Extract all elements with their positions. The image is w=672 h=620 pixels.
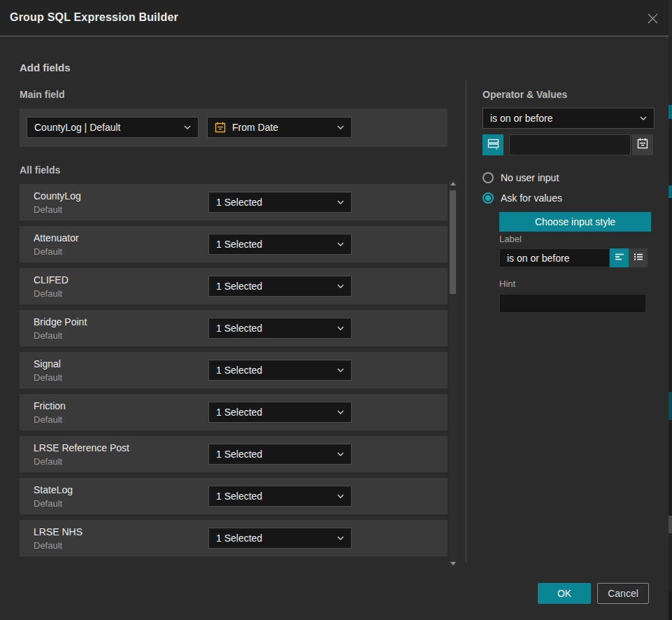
operator-dropdown[interactable]: is on or before (482, 108, 655, 129)
field-selection-dropdown[interactable]: 1 Selected (208, 528, 352, 549)
calendar-icon (637, 138, 648, 152)
fields-list-scrollbar[interactable] (449, 180, 457, 568)
background-segment (669, 591, 672, 620)
field-row-countylog: CountyLog Default 1 Selected (20, 184, 448, 220)
main-field-dropdown-value: From Date (232, 122, 278, 133)
field-sublabel: Default (34, 498, 62, 509)
background-segment (669, 420, 672, 516)
field-name: StateLog (34, 484, 73, 495)
field-selection-value: 1 Selected (216, 197, 262, 208)
field-row-signal: Signal Default 1 Selected (20, 352, 448, 388)
background-segment (669, 119, 672, 185)
field-selection-dropdown[interactable]: 1 Selected (208, 486, 352, 507)
background-segment (669, 36, 672, 105)
operator-dropdown-value: is on or before (490, 113, 553, 124)
label-heading: Label (499, 234, 522, 244)
choose-input-style-button[interactable]: Choose input style (499, 212, 651, 232)
align-left-icon (614, 252, 625, 265)
chevron-down-icon (337, 494, 344, 498)
add-fields-heading: Add fields (20, 62, 71, 73)
scroll-up-icon[interactable] (450, 182, 456, 185)
all-fields-list: CountyLog Default 1 Selected Attenuator … (20, 184, 448, 556)
field-selection-dropdown[interactable]: 1 Selected (208, 192, 352, 213)
dialog-titlebar: Group SQL Expression Builder (0, 0, 672, 36)
field-selection-dropdown[interactable]: 1 Selected (208, 234, 352, 255)
chevron-down-icon (337, 242, 344, 246)
chevron-down-icon (337, 368, 344, 372)
field-name: Signal (34, 358, 61, 369)
value-input[interactable] (509, 134, 631, 155)
field-selection-dropdown[interactable]: 1 Selected (208, 402, 352, 423)
radio-ask-for-values[interactable]: Ask for values (482, 192, 562, 204)
field-selection-value: 1 Selected (216, 407, 262, 418)
background-segment (669, 516, 672, 533)
value-calendar-button[interactable] (632, 134, 653, 155)
background-segment (669, 185, 672, 198)
field-selection-dropdown[interactable]: 1 Selected (208, 318, 352, 339)
calendar-icon (215, 122, 226, 133)
chevron-down-icon (337, 452, 344, 456)
field-selection-value: 1 Selected (216, 239, 262, 250)
field-name: Bridge Point (34, 316, 87, 327)
radio-unselected-icon (482, 172, 494, 183)
field-sublabel: Default (34, 330, 62, 341)
chevron-down-icon (337, 410, 344, 414)
field-sublabel: Default (34, 204, 62, 215)
chevron-down-icon (640, 116, 647, 120)
field-sublabel: Default (34, 288, 62, 299)
background-segment (669, 392, 672, 420)
scrollbar-thumb[interactable] (450, 190, 456, 294)
cancel-button[interactable]: Cancel (597, 583, 649, 604)
chevron-down-icon (337, 125, 344, 129)
chevron-down-icon (337, 536, 344, 540)
field-name: CountyLog (34, 190, 81, 202)
field-selection-dropdown[interactable]: 1 Selected (208, 360, 352, 381)
field-selection-dropdown[interactable]: 1 Selected (208, 276, 352, 297)
bulleted-list-icon (633, 252, 644, 265)
field-sublabel: Default (34, 456, 62, 467)
field-row-bridge-point: Bridge Point Default 1 Selected (20, 310, 448, 346)
all-fields-heading: All fields (20, 164, 60, 176)
chevron-down-icon (337, 284, 344, 288)
chevron-down-icon (184, 125, 191, 129)
chevron-down-icon (337, 200, 344, 204)
field-row-lrse-nhs: LRSE NHS Default 1 Selected (20, 520, 448, 556)
field-name: Attenuator (34, 232, 79, 244)
ok-button[interactable]: OK (538, 583, 591, 604)
field-row-attenuator: Attenuator Default 1 Selected (20, 226, 448, 262)
background-segment (669, 0, 672, 36)
operator-values-heading: Operator & Values (482, 89, 567, 100)
background-segment (669, 533, 672, 591)
radio-no-user-input[interactable]: No user input (482, 171, 559, 184)
layer-dropdown-value: CountyLog | Default (34, 122, 121, 133)
radio-ask-for-values-label: Ask for values (501, 192, 562, 204)
unique-values-button[interactable] (482, 134, 503, 155)
single-line-style-button[interactable] (610, 248, 629, 267)
field-selection-value: 1 Selected (216, 281, 262, 292)
field-selection-value: 1 Selected (216, 365, 262, 376)
field-selection-value: 1 Selected (216, 533, 262, 544)
field-name: Friction (34, 400, 66, 411)
field-sublabel: Default (34, 540, 62, 551)
field-name: CLIFED (34, 274, 69, 286)
field-selection-value: 1 Selected (216, 323, 262, 334)
label-input[interactable] (499, 248, 610, 267)
layer-dropdown[interactable]: CountyLog | Default (27, 117, 199, 138)
field-name: LRSE NHS (34, 526, 83, 537)
field-sublabel: Default (34, 414, 62, 425)
field-selection-dropdown[interactable]: 1 Selected (208, 444, 352, 465)
radio-selected-icon (482, 192, 494, 204)
background-segment (669, 198, 672, 392)
main-field-heading: Main field (20, 89, 65, 100)
field-row-statelog: StateLog Default 1 Selected (20, 478, 448, 514)
hint-input[interactable] (499, 294, 646, 313)
scroll-down-icon[interactable] (450, 562, 456, 565)
field-selection-value: 1 Selected (216, 491, 262, 502)
list-style-button[interactable] (629, 248, 648, 267)
chevron-down-icon (337, 326, 344, 330)
dialog-title: Group SQL Expression Builder (10, 11, 178, 24)
field-row-lrse-reference-post: LRSE Reference Post Default 1 Selected (20, 436, 448, 472)
hint-heading: Hint (499, 279, 515, 289)
main-field-dropdown[interactable]: From Date (207, 117, 352, 138)
close-icon[interactable] (647, 13, 659, 24)
